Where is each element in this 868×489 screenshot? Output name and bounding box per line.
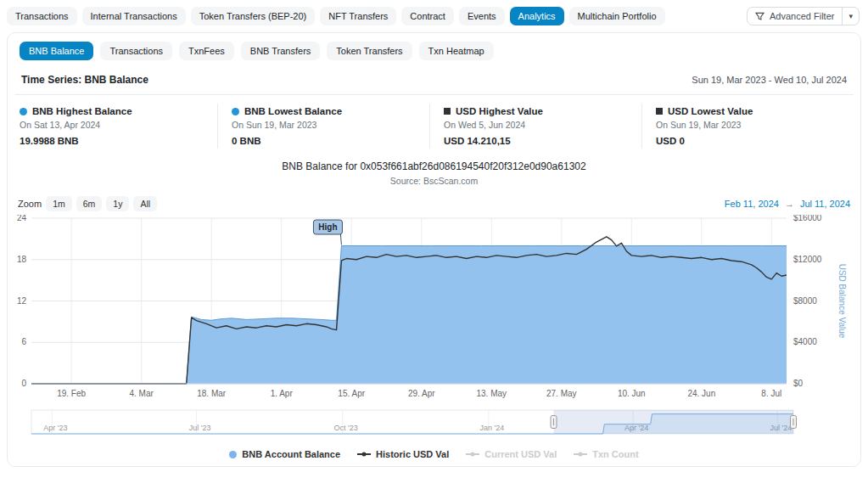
- stat-card-bnb-lowest-balance: BNB Lowest BalanceOn Sun 19, Mar 20230 B…: [218, 104, 430, 149]
- stat-value: USD 14.210,15: [444, 136, 628, 146]
- x-axis-label: 1. Apr: [271, 389, 294, 398]
- analytics-tab-transactions[interactable]: Transactions: [100, 42, 172, 60]
- stat-title-row: BNB Highest Balance: [20, 106, 204, 116]
- legend-label: Txn Count: [592, 449, 638, 459]
- stat-card-usd-highest-value: USD Highest ValueOn Wed 5, Jun 2024USD 1…: [430, 104, 642, 149]
- y-right-label: $4000: [793, 337, 817, 346]
- range-to-input[interactable]: Jul 11, 2024: [800, 199, 850, 209]
- navigator-tick-label: Apr '23: [43, 424, 67, 432]
- analytics-subtabs: BNB BalanceTransactionsTxnFeesBNB Transf…: [20, 42, 848, 60]
- stat-title: BNB Lowest Balance: [244, 106, 342, 116]
- navigator-tick-label: Oct '23: [334, 424, 358, 432]
- bnb-balance-area: [31, 246, 787, 384]
- legend-label: Current USD Val: [484, 449, 557, 459]
- stat-date: On Sat 13, Apr 2024: [20, 120, 204, 130]
- filter-icon: [755, 12, 764, 21]
- high-flag-label: High: [318, 222, 337, 232]
- series-square-icon: [656, 108, 663, 115]
- x-axis-label: 10. Jun: [618, 389, 646, 398]
- topnav-tab-analytics[interactable]: Analytics: [510, 7, 564, 25]
- topnav-tab-events[interactable]: Events: [459, 7, 505, 25]
- zoom-label: Zoom: [18, 199, 42, 209]
- stat-title: USD Lowest Value: [668, 106, 753, 116]
- legend-item-txn-count[interactable]: Txn Count: [574, 449, 638, 459]
- stat-date: On Sun 19, Mar 2023: [656, 120, 840, 130]
- topnav-tab-transactions[interactable]: Transactions: [7, 7, 77, 25]
- navigator-strip[interactable]: Apr '23Jul '23Oct '23Jan '24Apr '24Jul '…: [14, 407, 854, 442]
- stat-card-usd-lowest-value: USD Lowest ValueOn Sun 19, Mar 2023USD 0: [642, 104, 854, 149]
- series-dot-icon: [20, 108, 27, 115]
- tab-bar: TransactionsInternal TransactionsToken T…: [0, 0, 868, 31]
- y-left-label: 24: [17, 215, 27, 222]
- navigator-tick-label: Jan '24: [479, 424, 504, 432]
- timeseries-header: Time Series: BNB Balance Sun 19, Mar 202…: [14, 72, 854, 95]
- legend-label: BNB Account Balance: [242, 449, 340, 459]
- topnav-tab-multichain-portfolio[interactable]: Multichain Portfolio: [569, 7, 665, 25]
- stat-card-bnb-highest-balance: BNB Highest BalanceOn Sat 13, Apr 202419…: [14, 104, 218, 149]
- topnav-tab-contract[interactable]: Contract: [401, 7, 454, 25]
- y-left-label: 18: [17, 255, 27, 264]
- chart-legend: BNB Account BalanceHistoric USD ValCurre…: [14, 449, 854, 459]
- x-axis-label: 29. Apr: [408, 389, 435, 398]
- legend-item-historic-usd-val[interactable]: Historic USD Val: [357, 449, 449, 459]
- stat-title-row: USD Highest Value: [444, 106, 628, 116]
- zoom-button-1y[interactable]: 1y: [106, 196, 129, 211]
- x-axis-label: 19. Feb: [57, 389, 86, 398]
- topnav-tab-token-transfers-bep-20[interactable]: Token Transfers (BEP-20): [191, 7, 316, 25]
- analytics-tab-token-transfers[interactable]: Token Transfers: [327, 42, 412, 60]
- legend-label: Historic USD Val: [376, 449, 449, 459]
- advanced-filter-main[interactable]: Advanced Filter: [748, 8, 842, 25]
- topnav-tab-internal-transactions[interactable]: Internal Transactions: [82, 7, 186, 25]
- analytics-card: BNB BalanceTransactionsTxnFeesBNB Transf…: [7, 32, 861, 467]
- analytics-tab-txn-heatmap[interactable]: Txn Heatmap: [419, 42, 494, 60]
- x-axis-label: 8. Jul: [761, 389, 781, 398]
- arrow-right-icon: →: [785, 199, 794, 209]
- section-title: Time Series: BNB Balance: [21, 74, 148, 86]
- main-chart-plot[interactable]: 19. Feb4. Mar18. Mar1. Apr15. Apr29. Apr…: [14, 215, 854, 403]
- advanced-filter-button[interactable]: Advanced Filter ▾: [747, 7, 860, 25]
- y-left-label: 6: [21, 337, 26, 346]
- y-right-axis-title: USD Balance Value: [837, 264, 847, 339]
- y-left-label: 0: [21, 379, 26, 388]
- chevron-down-icon[interactable]: ▾: [842, 8, 859, 25]
- chart-header: BNB Balance for 0x053f661abf26d086194540…: [14, 160, 854, 186]
- selected-range: Feb 11, 2024 → Jul 11, 2024: [725, 199, 850, 209]
- x-axis-label: 15. Apr: [338, 389, 365, 398]
- high-flag-stem: [340, 234, 341, 245]
- legend-circle-icon: [229, 451, 237, 458]
- navigator-tick-label: Jul '23: [189, 424, 211, 432]
- x-axis-label: 4. Mar: [129, 389, 154, 398]
- zoom-button-6m[interactable]: 6m: [76, 196, 103, 211]
- x-axis-label: 24. Jun: [687, 389, 715, 398]
- legend-line-icon: [574, 451, 587, 458]
- chart-controls: Zoom 1m6m1yAll Feb 11, 2024 → Jul 11, 20…: [18, 196, 850, 211]
- topnav-tabs: TransactionsInternal TransactionsToken T…: [7, 7, 665, 25]
- stat-title-row: BNB Lowest Balance: [232, 106, 416, 116]
- range-from-input[interactable]: Feb 11, 2024: [725, 199, 779, 209]
- series-dot-icon: [232, 108, 239, 115]
- analytics-tab-txnfees[interactable]: TxnFees: [179, 42, 234, 60]
- legend-item-bnb-account-balance[interactable]: BNB Account Balance: [229, 449, 340, 459]
- stat-title: USD Highest Value: [456, 106, 543, 116]
- stat-value: 0 BNB: [232, 136, 416, 146]
- stat-date: On Wed 5, Jun 2024: [444, 120, 628, 130]
- zoom-controls: Zoom 1m6m1yAll: [18, 196, 157, 211]
- chart-title: BNB Balance for 0x053f661abf26d086194540…: [14, 160, 854, 172]
- x-axis-label: 18. Mar: [197, 389, 227, 398]
- analytics-tab-bnb-balance[interactable]: BNB Balance: [20, 42, 93, 60]
- stats-row: BNB Highest BalanceOn Sat 13, Apr 202419…: [14, 95, 854, 159]
- y-right-label: $8000: [793, 296, 817, 306]
- stat-title: BNB Highest Balance: [32, 106, 132, 116]
- advanced-filter-label: Advanced Filter: [770, 11, 834, 21]
- analytics-tab-bnb-transfers[interactable]: BNB Transfers: [241, 42, 321, 60]
- zoom-button-all[interactable]: All: [133, 196, 157, 211]
- full-date-range-label: Sun 19, Mar 2023 - Wed 10, Jul 2024: [692, 75, 847, 85]
- topnav-tab-nft-transfers[interactable]: NFT Transfers: [320, 7, 396, 25]
- navigator-selected-range[interactable]: [554, 410, 793, 434]
- legend-item-current-usd-val[interactable]: Current USD Val: [466, 449, 557, 459]
- legend-line-icon: [466, 451, 479, 458]
- y-right-label: $12000: [793, 255, 822, 264]
- zoom-button-1m[interactable]: 1m: [46, 196, 72, 211]
- x-axis-label: 13. May: [476, 389, 507, 398]
- x-axis-label: 27. May: [546, 389, 577, 398]
